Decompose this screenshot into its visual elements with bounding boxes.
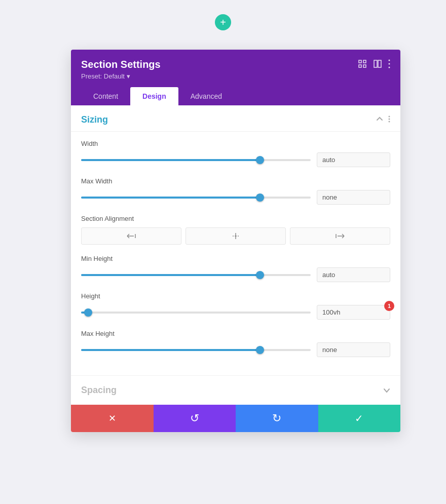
max-height-slider-row <box>81 342 390 357</box>
svg-rect-4 <box>374 60 377 67</box>
max-width-slider-row <box>81 190 390 205</box>
section-header-icons <box>376 115 390 125</box>
min-height-slider-row <box>81 267 390 282</box>
panel-title: Section Settings <box>81 59 161 70</box>
collapse-icon[interactable] <box>376 115 383 125</box>
preset-label[interactable]: Preset: Default ▾ <box>81 72 390 80</box>
svg-rect-1 <box>363 60 366 63</box>
tab-content[interactable]: Content <box>81 87 130 105</box>
svg-point-9 <box>389 115 390 117</box>
width-slider[interactable] <box>81 155 311 165</box>
align-right-button[interactable] <box>290 227 390 245</box>
height-field: Height 1 <box>81 292 390 320</box>
plus-icon: + <box>220 17 226 27</box>
height-slider-row: 1 <box>81 305 390 320</box>
max-height-label: Max Height <box>81 330 390 337</box>
panel-header: Section Settings <box>71 50 400 105</box>
save-icon: ✓ <box>355 412 363 424</box>
panel-tabs: Content Design Advanced <box>81 87 390 105</box>
section-settings-panel: Section Settings <box>71 50 400 432</box>
height-input[interactable] <box>317 305 390 320</box>
max-height-input[interactable] <box>317 342 390 357</box>
spacing-expand-icon[interactable] <box>383 386 390 395</box>
svg-point-7 <box>389 63 390 64</box>
max-height-field: Max Height <box>81 330 390 357</box>
tab-advanced[interactable]: Advanced <box>178 87 234 105</box>
panel-body: Sizing <box>71 105 400 405</box>
min-height-input[interactable] <box>317 267 390 282</box>
svg-point-8 <box>389 66 390 68</box>
panel-title-row: Section Settings <box>81 59 390 70</box>
spacing-title: Spacing <box>81 385 117 396</box>
tab-design[interactable]: Design <box>130 87 178 105</box>
more-options-icon[interactable] <box>388 59 390 70</box>
alignment-buttons <box>81 227 390 245</box>
svg-point-10 <box>389 118 390 120</box>
min-height-field: Min Height <box>81 255 390 282</box>
redo-button[interactable]: ↻ <box>236 405 318 432</box>
sizing-title: Sizing <box>81 114 108 125</box>
height-label: Height <box>81 292 390 300</box>
redo-icon: ↻ <box>272 412 281 425</box>
align-center-button[interactable] <box>185 227 286 245</box>
undo-button[interactable]: ↺ <box>154 405 236 432</box>
cancel-button[interactable]: ✕ <box>71 405 154 432</box>
width-input[interactable] <box>317 152 390 167</box>
sizing-section-header: Sizing <box>71 105 400 132</box>
panel-title-icons <box>358 59 390 70</box>
add-section-button[interactable]: + <box>215 14 231 30</box>
max-height-slider[interactable] <box>81 345 311 355</box>
section-dots-icon[interactable] <box>388 115 390 125</box>
cancel-icon: ✕ <box>108 413 116 424</box>
sizing-content: Width Max Width <box>71 132 400 375</box>
max-width-input[interactable] <box>317 190 390 205</box>
width-field: Width <box>81 140 390 167</box>
width-label: Width <box>81 140 390 147</box>
width-slider-row <box>81 152 390 167</box>
height-badge: 1 <box>384 301 394 311</box>
svg-rect-0 <box>359 60 361 63</box>
fullscreen-icon[interactable] <box>358 59 367 70</box>
height-input-wrapper: 1 <box>317 305 390 320</box>
height-slider[interactable] <box>81 307 311 318</box>
svg-rect-5 <box>378 60 381 67</box>
svg-rect-2 <box>359 65 361 67</box>
svg-point-11 <box>389 121 390 122</box>
panel-footer: ✕ ↺ ↻ ✓ <box>71 405 400 432</box>
svg-rect-3 <box>363 65 366 67</box>
svg-point-6 <box>389 59 390 61</box>
alignment-label: Section Alignment <box>81 215 390 222</box>
save-button[interactable]: ✓ <box>318 405 401 432</box>
spacing-section-header: Spacing <box>71 376 400 405</box>
min-height-slider[interactable] <box>81 270 311 280</box>
undo-icon: ↺ <box>190 412 199 425</box>
alignment-field: Section Alignment <box>81 215 390 245</box>
min-height-label: Min Height <box>81 255 390 262</box>
max-width-field: Max Width <box>81 177 390 205</box>
align-left-button[interactable] <box>81 227 181 245</box>
split-icon[interactable] <box>373 59 382 70</box>
max-width-label: Max Width <box>81 177 390 185</box>
max-width-slider[interactable] <box>81 192 311 203</box>
